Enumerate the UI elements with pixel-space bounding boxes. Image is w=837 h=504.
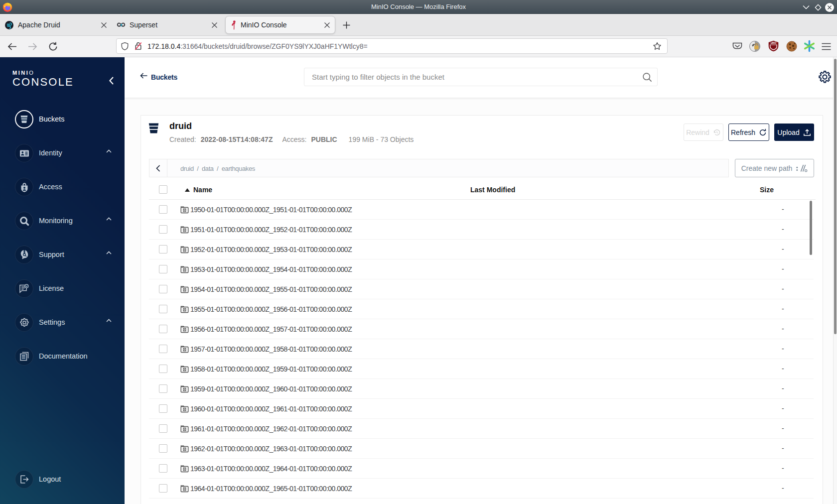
svg-text:uBO: uBO bbox=[771, 41, 777, 44]
